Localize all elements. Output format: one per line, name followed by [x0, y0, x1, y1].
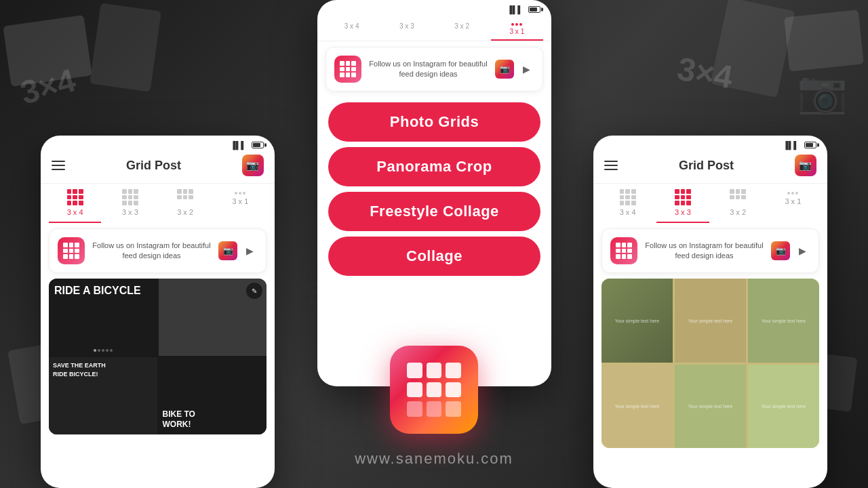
promo-banner-center: Follow us on Instagram for beautiful fee… [326, 47, 543, 92]
center-tab-3x3-label: 3 x 3 [399, 22, 414, 30]
instagram-button-right[interactable]: 📷 [795, 155, 816, 176]
cgr-cell-4: Your simple text here [601, 365, 673, 449]
cgr-text-5: Your simple text here [688, 404, 733, 409]
cgr-cell-1: Your simple text here [601, 279, 673, 363]
right-phone-status-bar: ▐▌▌ [593, 136, 827, 152]
tab-3x4-icon-left [67, 189, 83, 205]
promo-text-center: Follow us on Instagram for beautiful fee… [368, 59, 488, 80]
tab-more-right[interactable]: 3 x 1 [767, 189, 819, 223]
right-phone-content: Your simple text here Your simple text h… [593, 279, 827, 448]
promo-actions-center: 📷 ▶ [495, 60, 534, 79]
center-phone-menu: Photo Grids Panorama Crop Freestyle Coll… [317, 97, 551, 281]
center-tab-3x2[interactable]: 3 x 2 [436, 20, 488, 41]
cgr-text-3: Your simple text here [762, 318, 806, 323]
instagram-icon-left: 📷 [246, 159, 259, 171]
center-phone-status-bar: ▐▌▌ [317, 0, 551, 16]
instagram-small-icon-right: 📷 [776, 246, 786, 256]
battery-icon-right [804, 142, 816, 148]
signal-bars-icon: ▐▌▌ [231, 141, 246, 149]
promo-text-right: Follow us on Instagram for beautiful fee… [644, 241, 764, 262]
menu-hamburger-right[interactable] [604, 161, 618, 170]
left-phone-status-bar: ▐▌▌ [41, 136, 275, 152]
tab-3x2-label-right: 3 x 2 [730, 208, 746, 216]
tab-3x3-left[interactable]: 3 x 3 [104, 189, 156, 223]
collage-cell-4: BIKE TOWORK! [159, 357, 267, 434]
instagram-icon-right: 📷 [799, 159, 812, 171]
edit-button-cell-2[interactable]: ✎ [246, 283, 262, 299]
menu-hamburger-left[interactable] [52, 161, 65, 170]
promo-logo-left [58, 237, 85, 264]
tab-3x3-right[interactable]: 3 x 3 [656, 189, 709, 223]
center-tab-3x3[interactable]: 3 x 3 [380, 20, 433, 41]
menu-collage[interactable]: Collage [328, 237, 540, 276]
tab-3x2-right[interactable]: 3 x 2 [712, 189, 764, 223]
promo-instagram-icon-center[interactable]: 📷 [495, 60, 514, 79]
cgr-text-6: Your simple text here [762, 404, 806, 409]
app-icon[interactable] [390, 346, 478, 434]
instagram-button-left[interactable]: 📷 [242, 155, 264, 176]
signal-bars-icon-center: ▐▌▌ [507, 5, 523, 14]
right-phone-header: Grid Post 📷 [593, 152, 827, 184]
cgr-cell-2: Your simple text here [675, 279, 746, 363]
tab-3x2-label-left: 3 x 2 [177, 208, 193, 216]
center-tab-3x1-label: 3 x 1 [510, 28, 525, 35]
tab-3x4-right[interactable]: 3 x 4 [601, 189, 654, 223]
right-phone-title: Grid Post [679, 159, 734, 173]
signal-bars-icon-right: ▐▌▌ [783, 141, 799, 149]
promo-arrow-right[interactable]: ▶ [794, 243, 810, 259]
right-phone: ▐▌▌ Grid Post 📷 3 x 4 3 x 3 [593, 136, 827, 488]
promo-actions-left: 📷 ▶ [218, 241, 258, 260]
promo-actions-right: 📷 ▶ [771, 241, 810, 260]
bg-card-2 [90, 3, 161, 92]
collage-cell-2: ✎ [159, 279, 267, 356]
left-phone: ▐▌▌ Grid Post 📷 3 x 4 3 x 3 [41, 136, 275, 488]
promo-text-left: Follow us on Instagram for beautiful fee… [92, 241, 212, 262]
right-phone-tabs: 3 x 4 3 x 3 3 x 2 3 x 1 [593, 184, 827, 223]
tab-more-left[interactable]: 3 x 1 [214, 189, 267, 223]
promo-instagram-icon-left[interactable]: 📷 [218, 241, 237, 260]
menu-photo-grids[interactable]: Photo Grids [328, 102, 540, 142]
right-phone-collage-grid: Your simple text here Your simple text h… [601, 279, 819, 448]
center-tab-3x4[interactable]: 3 x 4 [326, 20, 378, 41]
tab-3x3-icon-right [675, 189, 691, 205]
promo-logo-center [334, 56, 361, 83]
tab-3x4-left[interactable]: 3 x 4 [49, 189, 101, 223]
battery-icon-center [528, 6, 540, 13]
menu-panorama-crop[interactable]: Panorama Crop [328, 147, 540, 186]
watermark: www.sanemoku.com [355, 450, 513, 468]
menu-freestyle-collage[interactable]: Freestyle Collage [328, 192, 540, 231]
promo-instagram-icon-right[interactable]: 📷 [771, 241, 790, 260]
cgr-cell-5: Your simple text here [675, 365, 746, 449]
tab-3x3-label-left: 3 x 3 [122, 208, 138, 216]
center-tab-3x2-label: 3 x 2 [454, 22, 469, 30]
tab-3x2-left[interactable]: 3 x 2 [159, 189, 212, 223]
cgr-text-2: Your simple text here [688, 318, 733, 323]
cgr-cell-3: Your simple text here [748, 279, 819, 363]
promo-arrow-center[interactable]: ▶ [518, 61, 534, 77]
tab-3x2-icon-left [177, 189, 193, 205]
tab-3x4-icon-right [620, 189, 636, 205]
app-icon-container[interactable] [390, 346, 478, 434]
tab-3x4-label-right: 3 x 4 [620, 208, 636, 216]
instagram-small-icon-center: 📷 [500, 64, 510, 74]
center-tab-dots-icon [511, 20, 522, 26]
cgr-text-1: Your simple text here [615, 318, 660, 323]
tab-3x3-label-right: 3 x 3 [675, 208, 691, 216]
center-phone: ▐▌▌ 3 x 4 3 x 3 3 x [317, 0, 551, 386]
collage-cell-1: RIDE A BICYCLE [49, 279, 157, 356]
more-dots-icon-left [235, 189, 245, 195]
center-tab-3x1[interactable]: 3 x 1 [491, 20, 543, 41]
cgr-text-4: Your simple text here [615, 404, 660, 409]
promo-grid-icon-left [63, 243, 79, 259]
promo-arrow-left[interactable]: ▶ [241, 243, 258, 259]
collage-text-ride: RIDE A BICYCLE [54, 284, 141, 298]
left-phone-content: RIDE A BICYCLE ✎ SAVE THE EARTHRIDE BICY… [41, 279, 275, 434]
promo-grid-icon-right [616, 243, 632, 259]
left-phone-tabs: 3 x 4 3 x 3 3 x 2 3 x 1 [41, 184, 275, 223]
more-dots-icon-right [787, 189, 798, 195]
app-icon-grid [407, 363, 461, 417]
left-phone-title: Grid Post [126, 159, 181, 173]
collage-preview-left: RIDE A BICYCLE ✎ SAVE THE EARTHRIDE BICY… [49, 279, 267, 434]
promo-banner-right: Follow us on Instagram for beautiful fee… [601, 228, 819, 273]
center-phone-tabs: 3 x 4 3 x 3 3 x 2 3 x 1 [317, 16, 551, 41]
